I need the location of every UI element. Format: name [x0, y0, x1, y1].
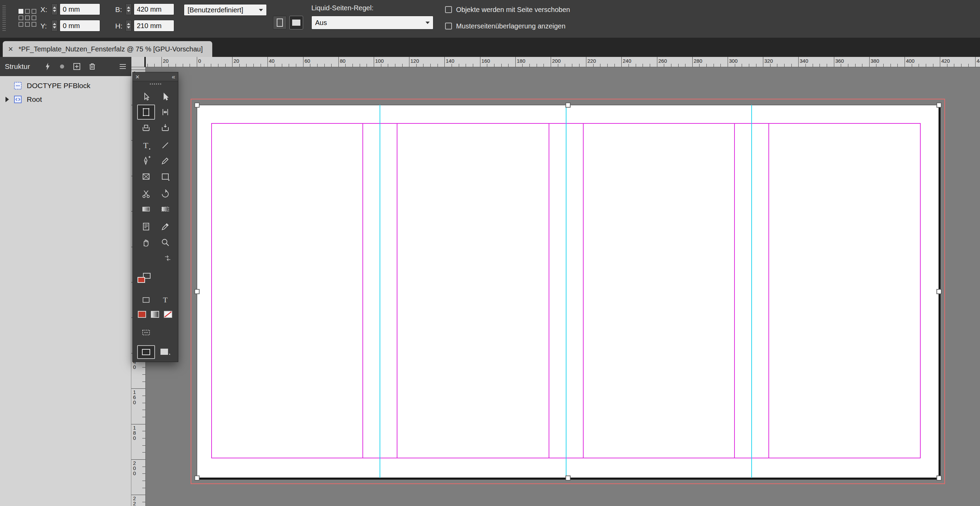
page-handle-middle-left[interactable] [194, 289, 200, 294]
ruler-tick [614, 64, 615, 67]
fold-guide[interactable] [380, 105, 380, 478]
preview-mode-icon [160, 348, 170, 356]
ruler-tick [544, 64, 544, 67]
x-stepper[interactable] [51, 3, 57, 15]
tab-close-icon[interactable]: × [8, 45, 13, 53]
indesign-app: X: Y: B: H: [Benutzerdefiniert] Liquid-S [0, 0, 980, 506]
view-options-button[interactable] [137, 327, 155, 338]
proxy-point[interactable] [19, 9, 23, 14]
page-handle-top-center[interactable] [565, 102, 571, 108]
panel-collapse-icon[interactable]: « [172, 73, 175, 81]
add-element-icon[interactable] [73, 63, 80, 70]
pen-tool-button[interactable] [137, 153, 155, 168]
height-input[interactable] [134, 20, 174, 31]
frame-tool-button[interactable] [137, 169, 155, 184]
proxy-point[interactable] [25, 16, 30, 20]
tools-panel-header[interactable]: × « [133, 72, 178, 81]
document-tab[interactable]: × *PF_Template_Nutzen_Fensterfalz @ 75 %… [3, 41, 212, 57]
ruler-tick [142, 502, 145, 502]
validate-structure-icon[interactable] [45, 63, 51, 70]
width-input[interactable] [134, 4, 174, 15]
scissors-tool-button[interactable] [137, 186, 155, 202]
ruler-label: 320 [764, 58, 773, 64]
ruler-tick [593, 64, 593, 67]
width-stepper[interactable] [126, 3, 132, 15]
proxy-point[interactable] [32, 22, 37, 27]
page-tool-icon [141, 107, 151, 117]
orientation-portrait-button[interactable] [273, 16, 287, 29]
ruler-label: 400 [906, 58, 915, 64]
free-transform-icon [160, 189, 170, 199]
page-handle-bottom-right[interactable] [937, 476, 942, 481]
preview-mode-button[interactable] [156, 345, 174, 359]
direct-selection-tool-button[interactable] [137, 89, 155, 105]
disclosure-triangle-icon[interactable] [5, 97, 9, 102]
normal-mode-button[interactable] [137, 345, 155, 359]
trash-icon[interactable] [89, 63, 95, 70]
status-dot-icon[interactable] [60, 64, 64, 69]
selection-tool-button[interactable] [156, 89, 174, 105]
content-collector-tool-button[interactable] [137, 120, 155, 135]
formatting-affects-text-button[interactable]: T [156, 294, 174, 306]
page-handle-bottom-center[interactable] [565, 476, 571, 481]
note-tool-button[interactable] [137, 219, 155, 234]
content-placer-tool-button[interactable] [156, 120, 174, 135]
page-handle-top-right[interactable] [937, 102, 942, 108]
panel-close-icon[interactable]: × [135, 73, 140, 81]
gradient-tool-button[interactable] [137, 202, 155, 216]
panel-grip-handle[interactable] [2, 5, 6, 32]
height-stepper[interactable] [126, 20, 132, 32]
hand-tool-button[interactable] [137, 235, 155, 250]
line-tool-button[interactable] [156, 138, 174, 153]
free-transform-tool-button[interactable] [156, 186, 174, 202]
fold-guide[interactable] [751, 105, 752, 478]
swap-fill-stroke-icon [163, 254, 172, 263]
fill-stroke-swatches[interactable] [137, 273, 153, 287]
page-handle-top-left[interactable] [194, 102, 200, 108]
proxy-point[interactable] [32, 9, 37, 14]
ruler-tick [345, 64, 346, 67]
formatting-affects-container-button[interactable] [137, 294, 155, 306]
page-handle-bottom-left[interactable] [194, 476, 200, 481]
proxy-point[interactable] [32, 16, 37, 20]
tree-item-root[interactable]: Root [0, 92, 131, 106]
gap-tool-button[interactable] [156, 105, 174, 119]
liquid-rule-dropdown[interactable]: Aus [311, 16, 433, 29]
page-size-preset-dropdown[interactable]: [Benutzerdefiniert] [184, 4, 267, 16]
proxy-point[interactable] [19, 16, 23, 20]
rectangle-tool-button[interactable] [156, 169, 174, 184]
y-input[interactable] [60, 20, 100, 31]
proxy-point[interactable] [25, 22, 30, 27]
tree-item-doctype[interactable]: DOCTYPE PFBlock [0, 79, 131, 92]
checkbox-box[interactable] [445, 22, 452, 29]
pasteboard[interactable] [146, 67, 980, 506]
page-handle-middle-right[interactable] [937, 289, 942, 294]
proxy-point[interactable] [19, 22, 23, 27]
checkbox-move-objects[interactable]: Objekte werden mit Seite verschoben [445, 4, 570, 15]
proxy-point[interactable] [25, 9, 30, 14]
fill-color-swatch[interactable] [137, 277, 145, 283]
apply-color-button[interactable] [137, 310, 147, 319]
page-tool-button[interactable] [137, 105, 155, 119]
ruler-label: 300 [729, 58, 738, 64]
ruler-origin-corner[interactable] [131, 57, 146, 67]
reference-point-proxy[interactable] [19, 9, 38, 28]
ruler-label: 2 0 0 [133, 460, 136, 476]
panel-drag-grip[interactable] [150, 83, 162, 85]
checkbox-box[interactable] [445, 6, 452, 13]
orientation-landscape-button[interactable] [290, 16, 303, 29]
eyedropper-tool-button[interactable] [156, 219, 174, 234]
y-stepper[interactable] [51, 20, 57, 32]
checkbox-master-overlay[interactable]: Musterseitenüberlagerung anzeigen [445, 21, 565, 32]
x-input[interactable] [60, 4, 100, 15]
horizontal-ruler[interactable]: 4020020406080100120140160180200220240260… [146, 57, 980, 67]
fold-guide[interactable] [566, 105, 566, 478]
swap-fill-stroke-button[interactable] [162, 253, 174, 263]
zoom-tool-button[interactable] [156, 235, 174, 250]
apply-gradient-button[interactable] [150, 310, 160, 319]
type-tool-button[interactable]: T [137, 138, 155, 153]
apply-none-button[interactable] [163, 310, 173, 319]
panel-menu-icon[interactable] [119, 64, 126, 69]
gradient-feather-tool-button[interactable] [156, 202, 174, 216]
pencil-tool-button[interactable] [156, 153, 174, 168]
